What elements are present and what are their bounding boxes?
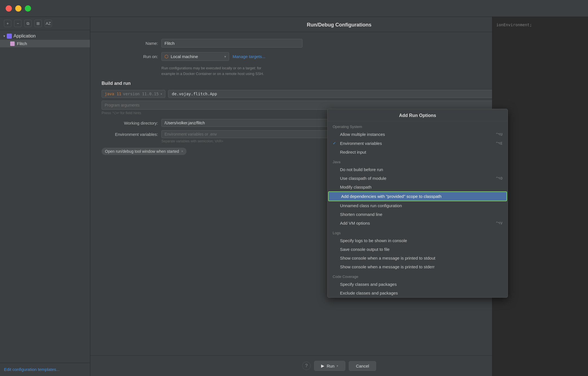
- window-chrome: [0, 0, 588, 17]
- name-label: Name:: [102, 41, 158, 46]
- shortcut-allow-multiple: ^⌥U: [496, 132, 503, 136]
- group-arrow-icon: ▾: [3, 34, 5, 38]
- run-on-select[interactable]: ⬡ Local machine ▾: [161, 52, 229, 61]
- dropdown-item-show-stdout[interactable]: Show console when a message is printed t…: [328, 254, 508, 262]
- class-value: de.vojay.flitch.App: [172, 92, 217, 96]
- remove-button[interactable]: −: [14, 20, 21, 27]
- dropdown-item-save-console[interactable]: Save console output to file: [328, 245, 508, 254]
- dropdown-item-exclude-classes[interactable]: Exclude classes and packages: [328, 289, 508, 297]
- java-select-arrow-icon: ▾: [160, 92, 162, 96]
- dropdown-item-modify-classpath[interactable]: Modify classpath: [328, 183, 508, 191]
- copy-button[interactable]: ⧉: [24, 20, 32, 27]
- dropdown-item-no-build[interactable]: Do not build before run: [328, 165, 508, 174]
- item-shorten-label: Shorten command line: [340, 212, 500, 217]
- tag-close-button[interactable]: ×: [181, 149, 183, 153]
- application-group-icon: [7, 34, 12, 39]
- section-label-java: Java: [328, 156, 508, 165]
- shortcut-env-vars: ^⌥E: [496, 141, 503, 145]
- section-label-coverage: Code Coverage: [328, 271, 508, 280]
- dropdown-item-add-vm[interactable]: Add VM options ^⌥V: [328, 219, 508, 227]
- item-no-build-label: Do not build before run: [340, 167, 500, 172]
- section-label-logs: Logs: [328, 227, 508, 236]
- item-stderr-label: Show console when a message is printed t…: [340, 264, 500, 269]
- item-specify-label: Specify classes and packages: [340, 282, 500, 287]
- run-on-value: Local machine: [171, 54, 222, 59]
- dropdown-item-shorten-cmd[interactable]: Shorten command line: [328, 210, 508, 219]
- check-mark-env-vars: ✓: [333, 141, 338, 146]
- sidebar-toolbar: + − ⧉ ⊞ AZ: [0, 17, 90, 30]
- new-button[interactable]: ⊞: [34, 20, 42, 27]
- item-allow-multiple-label: Allow multiple instances: [340, 132, 494, 137]
- edit-config-link[interactable]: Edit configuration templates...: [4, 367, 60, 372]
- sidebar-item-label: Flitch: [17, 41, 27, 46]
- tag-label: Open run/debug tool window when started: [105, 149, 179, 154]
- dropdown-item-use-classpath[interactable]: Use classpath of module ^⌥O: [328, 174, 508, 183]
- item-stdout-label: Show console when a message is printed t…: [340, 256, 500, 260]
- local-machine-icon: ⬡: [164, 54, 168, 59]
- item-use-classpath-label: Use classpath of module: [340, 176, 494, 181]
- dropdown-item-env-vars[interactable]: ✓ Environment variables ^⌥E: [328, 139, 508, 148]
- dropdown-item-logs-console[interactable]: Specify logs to be shown in console: [328, 236, 508, 245]
- dropdown-title: Add Run Options: [328, 109, 508, 121]
- item-env-vars-label: Environment variables: [340, 141, 494, 146]
- add-button[interactable]: +: [4, 20, 11, 27]
- flitch-item-icon: [10, 41, 15, 46]
- maximize-button[interactable]: [25, 5, 31, 12]
- run-on-label: Run on:: [102, 54, 158, 59]
- java-version-text: version 11.0.15: [123, 92, 159, 96]
- item-exclude-label: Exclude classes and packages: [340, 291, 500, 295]
- name-input[interactable]: [161, 39, 302, 48]
- run-tag: Open run/debug tool window when started …: [102, 148, 187, 155]
- sidebar-bottom: Edit configuration templates...: [0, 363, 90, 376]
- dropdown-item-specify-classes[interactable]: Specify classes and packages: [328, 280, 508, 289]
- content-area: Run/Debug Configurations Name: Store as …: [90, 17, 588, 376]
- section-label-os: Operating System: [328, 121, 508, 130]
- dropdown-item-allow-multiple[interactable]: Allow multiple instances ^⌥U: [328, 130, 508, 139]
- item-modify-classpath-label: Modify classpath: [340, 185, 500, 189]
- sidebar: + − ⧉ ⊞ AZ ▾ Application Flitch Edit con…: [0, 17, 90, 376]
- run-dropdown-arrow-icon[interactable]: ▾: [337, 364, 338, 368]
- dropdown-item-add-deps[interactable]: Add dependencies with "provided" scope t…: [328, 191, 507, 201]
- item-unnamed-label: Unnamed class run configuration: [340, 203, 500, 208]
- add-run-options-dropdown: Add Run Options Operating System Allow m…: [327, 109, 508, 298]
- item-save-console-label: Save console output to file: [340, 247, 500, 252]
- code-line-1: ionEnvironment;: [496, 23, 532, 27]
- shortcut-use-classpath: ^⌥O: [496, 176, 503, 180]
- run-icon: ▶: [321, 363, 324, 368]
- item-add-vm-label: Add VM options: [340, 221, 494, 225]
- sidebar-group-label: Application: [14, 34, 36, 39]
- help-icon[interactable]: ?: [302, 362, 311, 370]
- run-button[interactable]: ▶ Run ▾: [314, 361, 346, 371]
- working-dir-label: Working directory:: [102, 121, 158, 125]
- sort-button[interactable]: AZ: [45, 20, 52, 27]
- cancel-button[interactable]: Cancel: [349, 361, 376, 371]
- minimize-button[interactable]: [15, 5, 21, 12]
- shortcut-add-vm: ^⌥V: [496, 221, 503, 225]
- item-add-deps-label: Add dependencies with "provided" scope t…: [341, 194, 499, 199]
- dropdown-item-redirect-input[interactable]: Redirect input: [328, 148, 508, 156]
- env-vars-label: Environment variables:: [102, 132, 158, 137]
- item-redirect-label: Redirect input: [340, 150, 500, 154]
- run-label: Run: [327, 364, 335, 368]
- close-button[interactable]: [6, 5, 12, 12]
- java-select[interactable]: java 11 version 11.0.15 ▾: [102, 90, 165, 98]
- main-layout: + − ⧉ ⊞ AZ ▾ Application Flitch Edit con…: [0, 17, 588, 376]
- sidebar-item-flitch[interactable]: Flitch: [0, 40, 90, 47]
- dropdown-item-show-stderr[interactable]: Show console when a message is printed t…: [328, 262, 508, 271]
- sidebar-tree: ▾ Application Flitch: [0, 30, 90, 363]
- section-title: Build and run: [102, 81, 131, 86]
- java-keyword: java 11: [105, 92, 121, 96]
- manage-targets-link[interactable]: Manage targets...: [232, 54, 266, 59]
- item-logs-console-label: Specify logs to be shown in console: [340, 238, 500, 243]
- run-on-arrow-icon: ▾: [224, 55, 226, 59]
- dropdown-item-unnamed-class[interactable]: Unnamed class run configuration: [328, 201, 508, 210]
- sidebar-group-application[interactable]: ▾ Application: [0, 32, 90, 40]
